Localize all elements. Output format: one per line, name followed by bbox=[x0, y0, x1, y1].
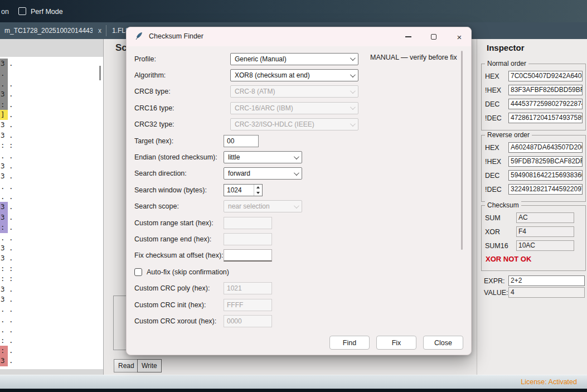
search-direction-value: forward bbox=[228, 170, 250, 177]
bottom-edge-bar bbox=[0, 389, 587, 392]
close-dialog-button[interactable]: Close bbox=[423, 336, 463, 350]
fix-offset-input[interactable] bbox=[224, 249, 272, 262]
fix-button[interactable]: Fix bbox=[376, 336, 416, 350]
perf-mode-checkbox[interactable] bbox=[18, 7, 26, 15]
normal-not-hex-value[interactable]: 83F3AFBF826DBD59BF7DF bbox=[508, 85, 583, 95]
target-hex-input[interactable] bbox=[224, 135, 259, 147]
hex-row: : . bbox=[0, 100, 33, 110]
clipped-checkbox-row: — ——— —— — — ——— —— — bbox=[134, 330, 457, 333]
normal-hex-value[interactable]: 7C0C50407D9242A640820 bbox=[508, 71, 583, 81]
normal-order-group-label: Normal order bbox=[485, 60, 528, 67]
algorithm-select[interactable]: XOR8 (checksum at end) bbox=[230, 69, 358, 81]
close-icon: × bbox=[457, 33, 462, 41]
maximize-icon bbox=[431, 34, 436, 40]
dialog-titlebar[interactable]: Checksum Finder × bbox=[127, 27, 471, 46]
sum16-label: SUM16 bbox=[485, 242, 516, 250]
dec-label: DEC bbox=[485, 172, 508, 180]
hex-row: 3 . bbox=[0, 171, 33, 181]
stepper-down-button[interactable] bbox=[254, 190, 262, 196]
chevron-down-icon bbox=[350, 88, 356, 94]
search-window-value: 1024 bbox=[224, 185, 254, 196]
xor-value: F4 bbox=[516, 226, 574, 237]
hex-ascii-rows: 3 .. . .3 .: .] .3 .3 .: :. .3 .3 .. .. … bbox=[0, 59, 33, 366]
hex-row: . . bbox=[0, 192, 33, 202]
normal-not-dec-value[interactable]: 4728617204157493758984 bbox=[508, 113, 583, 123]
status-bar: License: Activated bbox=[0, 375, 587, 389]
toolbar-text-fragment: on bbox=[1, 8, 9, 16]
expr-label: EXPR: bbox=[484, 277, 508, 285]
hex-row: . . bbox=[0, 151, 33, 161]
dec-label: DEC bbox=[485, 100, 508, 108]
profile-value: Generic (Manual) bbox=[235, 55, 287, 63]
hex-row: . . bbox=[0, 79, 33, 89]
crc32-type-value: CRC-32/ISO-HDLC (IEEE) bbox=[235, 120, 314, 128]
range-start-input bbox=[224, 217, 272, 229]
chevron-down-icon bbox=[294, 154, 299, 159]
tab-close-icon[interactable]: x bbox=[93, 27, 101, 35]
autofix-checkbox[interactable] bbox=[134, 268, 142, 276]
endian-value: little bbox=[228, 153, 240, 161]
hex-row: . . bbox=[0, 315, 33, 325]
reverse-not-dec-value[interactable]: 3224912821744592209768 bbox=[508, 184, 583, 195]
find-button[interactable]: Find bbox=[329, 336, 370, 350]
crc-init-input bbox=[224, 299, 272, 311]
search-direction-select[interactable]: forward bbox=[224, 167, 302, 180]
arrow-down-icon bbox=[256, 192, 260, 194]
close-button[interactable]: × bbox=[451, 28, 468, 45]
maximize-button[interactable] bbox=[425, 28, 442, 45]
crc8-type-label: CRC8 type: bbox=[134, 88, 224, 95]
write-button[interactable]: Write bbox=[137, 359, 162, 372]
inspector-panel: Inspector Normal order HEX7C0C50407D9242… bbox=[477, 39, 587, 375]
tab-bin-label: m_TC1728_20251002014443.BIN bbox=[4, 27, 93, 35]
tab-bin-file[interactable]: m_TC1728_20251002014443.BIN x bbox=[0, 22, 106, 39]
search-scope-label: Search scope: bbox=[134, 202, 224, 210]
algorithm-value: XOR8 (checksum at end) bbox=[235, 71, 310, 79]
reverse-hex-value[interactable]: A602487DA643507D20008 bbox=[508, 142, 583, 153]
chevron-down-icon bbox=[350, 72, 356, 78]
crc-init-label: Custom CRC init (hex): bbox=[134, 301, 224, 309]
hex-row: : . bbox=[0, 346, 33, 356]
crc-xorout-input bbox=[224, 315, 272, 327]
chevron-down-icon bbox=[350, 55, 356, 61]
checksum-finder-dialog: Checksum Finder × MANUAL — verify before… bbox=[126, 27, 472, 355]
chevron-down-icon bbox=[294, 203, 299, 209]
reverse-order-group-label: Reverse order bbox=[485, 131, 532, 139]
reverse-order-group: Reverse order HEXA602487DA643507D20008 !… bbox=[481, 135, 586, 202]
expr-input[interactable]: 2+2 bbox=[508, 275, 585, 286]
license-status: License: Activated bbox=[521, 378, 577, 386]
hex-row: 3 . bbox=[0, 161, 33, 171]
minimize-icon bbox=[405, 36, 411, 37]
hex-row: : . bbox=[0, 336, 33, 346]
fix-offset-label: Fix checksum at offset (hex): bbox=[134, 251, 224, 259]
endian-select[interactable]: little bbox=[224, 151, 302, 163]
hex-row: . . bbox=[0, 325, 33, 335]
chevron-down-icon bbox=[294, 170, 299, 176]
hex-row: . . bbox=[0, 304, 33, 314]
search-direction-label: Search direction: bbox=[134, 170, 224, 177]
dialog-form: Profile: Generic (Manual) Algorithm: XOR… bbox=[134, 46, 457, 333]
arrow-up-icon bbox=[256, 186, 260, 188]
hex-row: 3 . bbox=[0, 212, 33, 222]
reverse-dec-value[interactable]: 5949081642215693836674 bbox=[508, 170, 583, 181]
range-start-label: Custom range start (hex): bbox=[134, 219, 224, 227]
editor-scrollbar-thumb[interactable] bbox=[99, 66, 101, 80]
hex-editor-pane[interactable]: 3 .. . .3 .: .] .3 .3 .: :. .3 .3 .. .. … bbox=[0, 39, 104, 375]
normal-dec-value[interactable]: 4445377259802792287458 bbox=[508, 99, 583, 109]
search-window-stepper[interactable]: 1024 bbox=[224, 184, 263, 196]
target-hex-label: Target (hex): bbox=[134, 137, 224, 145]
sum-value: AC bbox=[516, 212, 574, 223]
crc8-type-select: CRC-8 (ATM) bbox=[230, 85, 358, 98]
algorithm-label: Algorithm: bbox=[134, 71, 224, 79]
profile-select[interactable]: Generic (Manual) bbox=[230, 53, 358, 65]
dialog-scrollbar-thumb[interactable] bbox=[461, 51, 463, 250]
reverse-not-hex-value[interactable]: 59FDB78259BCAF82DFFF7 bbox=[508, 156, 583, 167]
expr-result-value: 4 bbox=[508, 287, 585, 298]
hex-row: 3 . bbox=[0, 253, 33, 263]
hex-row: 3 . bbox=[0, 284, 33, 294]
not-dec-label: !DEC bbox=[485, 186, 508, 193]
read-button[interactable]: Read bbox=[114, 359, 139, 372]
stepper-up-button[interactable] bbox=[254, 185, 262, 190]
hex-row: 3 . bbox=[0, 89, 33, 99]
crc16-type-select: CRC-16/ARC (IBM) bbox=[230, 102, 358, 114]
minimize-button[interactable] bbox=[400, 28, 416, 45]
